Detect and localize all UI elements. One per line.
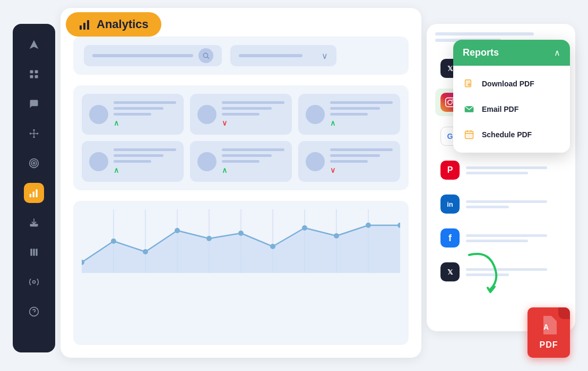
line-chart xyxy=(82,209,400,273)
svg-rect-0 xyxy=(80,25,82,30)
card-3: ∧ xyxy=(298,94,400,135)
social-item-pinterest[interactable]: P xyxy=(435,156,567,184)
sidebar-item-support[interactable] xyxy=(24,302,44,322)
svg-rect-5 xyxy=(30,75,33,78)
sidebar-item-target[interactable] xyxy=(24,153,44,173)
svg-rect-3 xyxy=(30,70,33,74)
svg-point-49 xyxy=(334,233,339,238)
card-content-4: ∧ xyxy=(114,148,176,174)
arrow-annotation xyxy=(459,244,512,299)
report-item-email-pdf[interactable]: Email PDF xyxy=(453,96,570,122)
social-lines-pinterest xyxy=(466,166,561,174)
svg-point-18 xyxy=(33,162,34,164)
main-container: Analytics xyxy=(13,8,575,363)
social-lines-facebook xyxy=(466,234,561,242)
pdf-acrobat-icon: A xyxy=(541,316,557,338)
svg-point-11 xyxy=(33,136,34,138)
svg-point-48 xyxy=(302,225,307,231)
svg-point-50 xyxy=(366,223,371,228)
schedule-pdf-icon xyxy=(463,128,475,141)
reports-header[interactable]: Reports ∧ xyxy=(453,40,570,66)
svg-point-7 xyxy=(33,132,34,134)
svg-rect-4 xyxy=(35,70,38,74)
card-avatar-6 xyxy=(306,152,325,171)
card-avatar-3 xyxy=(306,105,325,124)
card-arrow-5: ∧ xyxy=(222,166,284,174)
card-arrow-6: ∨ xyxy=(330,166,393,174)
social-item-linkedin[interactable]: in xyxy=(435,190,567,218)
sidebar-item-network[interactable] xyxy=(24,123,44,144)
search-input-box[interactable] xyxy=(84,45,222,66)
svg-point-47 xyxy=(270,244,275,249)
card-1: ∧ xyxy=(82,94,184,135)
svg-point-46 xyxy=(238,231,244,236)
card-4: ∧ xyxy=(82,141,184,182)
svg-rect-21 xyxy=(36,189,37,197)
email-pdf-label: Email PDF xyxy=(482,105,518,113)
analytics-title: Analytics xyxy=(97,17,149,31)
card-arrow-2: ∨ xyxy=(222,119,284,127)
card-2: ∨ xyxy=(190,94,292,135)
svg-rect-23 xyxy=(30,249,32,255)
svg-point-10 xyxy=(33,129,34,131)
dropdown-box[interactable]: ∨ xyxy=(230,45,336,66)
card-content-6: ∨ xyxy=(330,148,393,174)
search-input-line xyxy=(92,54,193,57)
sidebar-item-analytics[interactable] xyxy=(24,183,44,203)
pdf-icon[interactable]: A PDF xyxy=(528,307,570,358)
sidebar-item-library[interactable] xyxy=(24,242,44,262)
cards-grid: ∧ ∨ ∧ xyxy=(73,85,409,190)
svg-point-29 xyxy=(203,53,207,57)
card-content-2: ∨ xyxy=(222,101,284,127)
download-pdf-icon xyxy=(463,77,475,90)
card-avatar-4 xyxy=(89,152,108,171)
svg-rect-55 xyxy=(465,80,471,87)
card-content-1: ∧ xyxy=(114,101,176,127)
card-avatar-5 xyxy=(197,152,217,171)
svg-line-30 xyxy=(207,57,209,59)
sidebar-item-messages[interactable] xyxy=(24,94,44,114)
sidebar xyxy=(13,24,55,352)
arrow-svg xyxy=(459,244,512,297)
svg-point-9 xyxy=(37,132,38,134)
search-icon xyxy=(198,48,213,63)
svg-point-17 xyxy=(31,161,37,166)
sidebar-item-dashboard[interactable] xyxy=(24,64,44,84)
pdf-label: PDF xyxy=(540,340,558,350)
linkedin-icon: in xyxy=(440,195,460,214)
report-item-schedule-pdf[interactable]: Schedule PDF xyxy=(453,122,570,147)
analytics-badge-icon xyxy=(79,18,91,31)
svg-rect-25 xyxy=(36,249,37,255)
report-item-download-pdf[interactable]: Download PDF xyxy=(453,71,570,96)
svg-point-42 xyxy=(111,238,116,244)
svg-rect-20 xyxy=(33,192,34,198)
chevron-down-icon: ∨ xyxy=(322,51,328,61)
svg-point-45 xyxy=(206,236,212,241)
card-avatar-1 xyxy=(89,105,108,124)
reports-chevron-icon: ∧ xyxy=(554,48,560,58)
dropdown-line xyxy=(239,54,302,57)
chart-area xyxy=(73,201,409,345)
twitter2-icon: 𝕏 xyxy=(440,262,460,281)
reports-dropdown: Reports ∧ Download PDF xyxy=(453,40,570,153)
pinterest-icon: P xyxy=(440,161,460,180)
reports-items: Download PDF Email PDF xyxy=(453,66,570,153)
download-pdf-label: Download PDF xyxy=(482,80,534,88)
search-area: ∨ xyxy=(73,37,409,75)
sidebar-item-tools[interactable] xyxy=(24,272,44,292)
card-content-5: ∧ xyxy=(222,148,284,174)
facebook-icon: f xyxy=(440,228,460,248)
schedule-pdf-label: Schedule PDF xyxy=(482,130,532,139)
svg-point-53 xyxy=(448,100,452,104)
svg-point-43 xyxy=(143,249,148,254)
svg-rect-59 xyxy=(465,131,473,138)
reports-title: Reports xyxy=(463,47,499,58)
svg-rect-2 xyxy=(87,20,89,30)
social-lines-linkedin xyxy=(466,200,561,208)
analytics-badge: Analytics xyxy=(66,12,161,37)
sidebar-item-download[interactable] xyxy=(24,213,44,233)
svg-rect-24 xyxy=(33,249,34,255)
svg-rect-6 xyxy=(35,75,38,78)
svg-point-44 xyxy=(175,228,180,233)
sidebar-item-navigation[interactable] xyxy=(24,34,44,55)
